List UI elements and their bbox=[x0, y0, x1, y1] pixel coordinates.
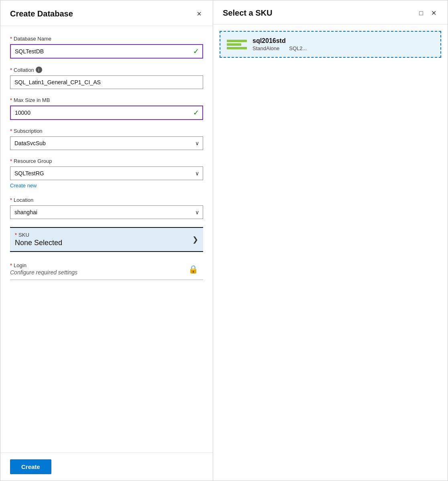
sku-icon-bar-1 bbox=[227, 40, 247, 42]
location-field: * Location shanghai ∨ bbox=[10, 197, 203, 219]
close-right-panel-button[interactable]: ✕ bbox=[430, 8, 438, 18]
left-panel-title: Create Database bbox=[10, 9, 73, 18]
required-star-7: * bbox=[15, 232, 17, 238]
login-field-group: * Login Configure required settings 🔒 bbox=[10, 258, 203, 280]
login-field-inner: * Login Configure required settings bbox=[10, 262, 188, 276]
collation-label: * Collation i bbox=[10, 67, 203, 73]
max-size-input[interactable] bbox=[10, 106, 203, 120]
right-panel-body: sql2016std StandAlone SQL2... bbox=[213, 24, 448, 481]
sku-item-name: sql2016std bbox=[253, 37, 434, 45]
resource-group-select[interactable]: SQLTestRG bbox=[10, 166, 203, 180]
close-left-panel-button[interactable]: × bbox=[195, 8, 203, 20]
left-panel-header: Create Database × bbox=[0, 0, 213, 26]
login-field: * Login Configure required settings 🔒 bbox=[10, 258, 203, 280]
login-placeholder: Configure required settings bbox=[10, 269, 188, 276]
sku-item-type: StandAlone bbox=[253, 45, 279, 51]
login-label-row: * Login bbox=[10, 262, 188, 268]
subscription-select-wrapper: DataSvcSub ∨ bbox=[10, 136, 203, 150]
database-name-input-wrapper: ✓ bbox=[10, 44, 203, 59]
left-panel-footer: Create bbox=[0, 453, 213, 481]
create-new-link[interactable]: Create new bbox=[10, 183, 37, 189]
resource-group-label: * Resource Group bbox=[10, 158, 203, 164]
subscription-select[interactable]: DataSvcSub bbox=[10, 136, 203, 150]
database-name-label: * Database Name bbox=[10, 36, 203, 42]
collation-info-icon[interactable]: i bbox=[36, 67, 42, 73]
sku-icon-bar-2 bbox=[227, 43, 241, 46]
max-size-input-wrapper: ✓ bbox=[10, 106, 203, 120]
create-database-panel: Create Database × * Database Name ✓ * Co bbox=[0, 0, 213, 481]
sku-item-version: SQL2... bbox=[289, 45, 307, 51]
subscription-field: * Subscription DataSvcSub ∨ bbox=[10, 128, 203, 150]
database-name-input[interactable] bbox=[10, 44, 203, 59]
create-button[interactable]: Create bbox=[10, 459, 51, 474]
sku-item-icon bbox=[227, 40, 247, 49]
sku-chevron-right-icon: ❯ bbox=[192, 235, 198, 244]
max-size-field: * Max Size in MB ✓ bbox=[10, 97, 203, 120]
right-header-actions: □ ✕ bbox=[417, 8, 438, 18]
required-star: * bbox=[10, 36, 12, 42]
resource-group-select-wrapper: SQLTestRG ∨ bbox=[10, 166, 203, 180]
location-select-wrapper: shanghai ∨ bbox=[10, 205, 203, 219]
max-size-check-icon: ✓ bbox=[193, 108, 199, 117]
location-select[interactable]: shanghai bbox=[10, 205, 203, 219]
collation-input-wrapper bbox=[10, 75, 203, 89]
right-panel-title: Select a SKU bbox=[223, 8, 272, 18]
sku-label-row: * SKU bbox=[15, 232, 192, 238]
max-size-label: * Max Size in MB bbox=[10, 97, 203, 103]
maximize-button[interactable]: □ bbox=[417, 8, 425, 18]
required-star-4: * bbox=[10, 128, 12, 134]
sku-selector[interactable]: * SKU None Selected ❯ bbox=[10, 227, 203, 252]
required-star-5: * bbox=[10, 158, 12, 164]
left-panel-body: * Database Name ✓ * Collation i bbox=[0, 26, 213, 453]
resource-group-field: * Resource Group SQLTestRG ∨ Create new bbox=[10, 158, 203, 189]
required-star-6: * bbox=[10, 197, 12, 203]
collation-input[interactable] bbox=[10, 75, 203, 89]
subscription-label: * Subscription bbox=[10, 128, 203, 134]
database-name-check-icon: ✓ bbox=[193, 47, 199, 56]
database-name-field: * Database Name ✓ bbox=[10, 36, 203, 59]
required-star-2: * bbox=[10, 67, 12, 73]
required-star-3: * bbox=[10, 97, 12, 103]
app-container: Create Database × * Database Name ✓ * Co bbox=[0, 0, 448, 481]
collation-field: * Collation i bbox=[10, 67, 203, 89]
sku-list-item[interactable]: sql2016std StandAlone SQL2... bbox=[220, 31, 441, 58]
lock-icon: 🔒 bbox=[188, 264, 198, 274]
sku-field-group: * SKU None Selected ❯ bbox=[10, 227, 203, 252]
sku-item-info: sql2016std StandAlone SQL2... bbox=[253, 37, 434, 51]
right-panel-header: Select a SKU □ ✕ bbox=[213, 0, 448, 24]
location-label: * Location bbox=[10, 197, 203, 203]
sku-icon-bar-3 bbox=[227, 47, 247, 49]
sku-item-details: StandAlone SQL2... bbox=[253, 45, 434, 51]
sku-field-inner: * SKU None Selected bbox=[15, 232, 192, 247]
select-sku-panel: Select a SKU □ ✕ sql2016std StandAlone S… bbox=[213, 0, 448, 481]
required-star-8: * bbox=[10, 262, 12, 268]
sku-value: None Selected bbox=[15, 239, 192, 247]
